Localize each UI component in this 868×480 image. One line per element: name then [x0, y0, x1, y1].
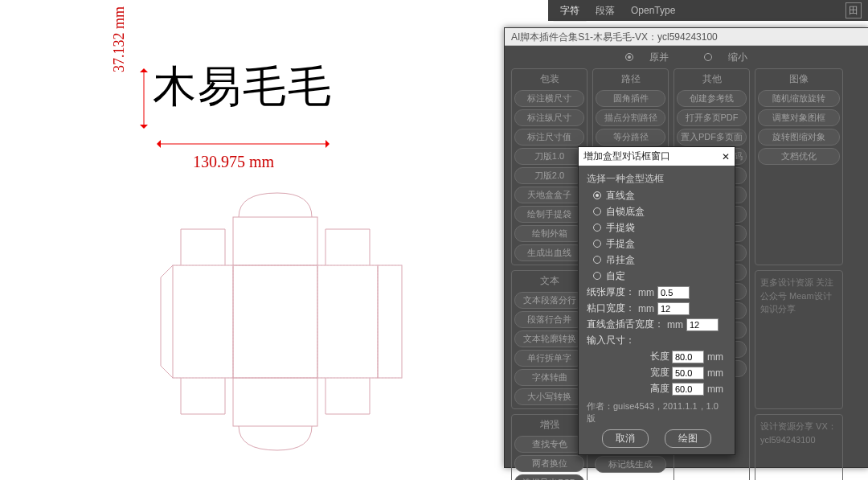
resource-note-bottom: 设计资源分享 VX：ycl594243100 — [755, 414, 843, 480]
height-label: 高度 — [650, 382, 669, 396]
width-input[interactable] — [672, 367, 704, 379]
window-title: AI脚本插件合集S1-木易毛毛-VX：ycl594243100 — [505, 28, 868, 46]
dialog-legend: 选择一种盒型选框 — [587, 172, 727, 186]
svg-rect-3 — [378, 265, 402, 378]
svg-rect-0 — [173, 265, 233, 378]
unit-label: mm — [707, 384, 723, 395]
btn-path[interactable]: 等分路径 — [596, 129, 665, 146]
width-label: 宽度 — [650, 366, 669, 379]
panel-grid-icon[interactable]: 田 — [845, 2, 862, 18]
btn-packaging[interactable]: 标注横尺寸 — [514, 90, 584, 107]
btn-packaging[interactable]: 绘制外箱 — [514, 225, 584, 242]
panel-tabbar: 字符 段落 OpenType 田 — [548, 0, 868, 21]
btn-thumb[interactable]: 随机缩放旋转 — [758, 90, 840, 107]
option-lock-bottom[interactable]: 自锁底盒 — [593, 205, 727, 219]
tongue-width-input[interactable] — [686, 318, 719, 331]
group-title: 增强 — [514, 418, 584, 432]
cancel-button[interactable]: 取消 — [602, 429, 649, 448]
btn-path[interactable]: 描点分割路径 — [596, 109, 665, 126]
btn-other[interactable]: 创建参考线 — [677, 90, 747, 107]
group-title: 包装 — [514, 72, 584, 86]
option-handbox[interactable]: 手提盒 — [593, 237, 727, 251]
artboard: 木易毛毛 37.132 mm 130.975 mm — [0, 0, 504, 480]
svg-rect-5 — [233, 378, 317, 426]
btn-packaging[interactable]: 生成出血线 — [514, 244, 584, 261]
option-custom[interactable]: 自定 — [593, 269, 727, 283]
tab-opentype[interactable]: OpenType — [624, 1, 682, 20]
mode-original[interactable]: 原并 — [617, 51, 677, 63]
group-title: 文本 — [514, 274, 584, 288]
length-input[interactable] — [672, 351, 704, 363]
btn-text[interactable]: 单行拆单字 — [514, 350, 584, 367]
unit-label: mm — [638, 303, 654, 314]
group-title: 其他 — [677, 72, 747, 86]
group-title: 路径 — [596, 72, 665, 86]
option-bag[interactable]: 手提袋 — [593, 221, 727, 235]
btn-path[interactable]: 圆角插件 — [596, 90, 665, 107]
resource-note-top: 更多设计资源 关注公众号 Meam设计知识分享 — [755, 270, 843, 409]
unit-label: mm — [667, 319, 683, 330]
tab-character[interactable]: 字符 — [553, 0, 587, 22]
btn-enhance[interactable]: 两者换位 — [514, 455, 584, 472]
btn-packaging[interactable]: 天地盒盒子 — [514, 187, 584, 203]
paper-thickness-label: 纸张厚度： — [587, 285, 635, 299]
unit-label: mm — [638, 287, 654, 298]
unit-label: mm — [707, 351, 723, 363]
btn-thumb[interactable]: 调整对象图框 — [758, 109, 840, 126]
btn-text[interactable]: 大小写转换 — [514, 388, 584, 405]
btn-packaging[interactable]: 刀版2.0 — [514, 167, 584, 184]
btn-packaging[interactable]: 绘制手提袋 — [514, 206, 584, 223]
btn-enhance[interactable]: 选择导出PSD — [514, 474, 584, 480]
height-input[interactable] — [672, 383, 704, 396]
btn-packaging[interactable]: 刀版1.0 — [514, 148, 584, 165]
btn-enhance[interactable]: 查找专色 — [514, 436, 584, 453]
mode-shrink[interactable]: 缩小 — [696, 51, 755, 63]
glue-width-input[interactable] — [657, 302, 690, 315]
btn-bottom[interactable]: 标记线生成 — [595, 456, 666, 473]
paper-thickness-input[interactable] — [657, 286, 690, 299]
btn-packaging[interactable]: 标注纵尺寸 — [514, 109, 584, 126]
btn-text[interactable]: 段落行合并 — [514, 311, 584, 328]
unit-label: mm — [707, 367, 723, 379]
glue-width-label: 粘口宽度： — [587, 302, 635, 315]
input-size-label: 输入尺寸： — [587, 334, 635, 347]
close-icon[interactable]: ✕ — [722, 151, 730, 162]
group-text: 文本 文本段落分行 段落行合并 文本轮廓转换 单行拆单字 字体转曲 大小写转换 — [511, 270, 588, 409]
group-title: 图像 — [758, 72, 840, 86]
box-dieline — [0, 0, 504, 480]
add-box-dialog: 增加盒型对话框窗口 ✕ 选择一种盒型选框 直线盒 自锁底盒 手提袋 手提盒 吊挂… — [578, 146, 735, 455]
btn-other[interactable]: 置入PDF多页面 — [677, 129, 747, 146]
group-packaging: 包装 标注横尺寸 标注纵尺寸 标注尺寸值 刀版1.0 刀版2.0 天地盒盒子 绘… — [511, 68, 588, 265]
btn-text[interactable]: 文本段落分行 — [514, 292, 584, 309]
tongue-width-label: 直线盒插舌宽度： — [587, 318, 664, 331]
group-thumb: 图像 随机缩放旋转 调整对象图框 旋转图缩对象 文档优化 — [755, 68, 843, 265]
btn-other[interactable]: 打开多页PDF — [677, 109, 747, 126]
svg-rect-4 — [233, 217, 317, 265]
draw-button[interactable]: 绘图 — [665, 429, 711, 448]
btn-packaging[interactable]: 标注尺寸值 — [514, 129, 584, 146]
tab-paragraph[interactable]: 段落 — [588, 0, 622, 22]
length-label: 长度 — [650, 350, 669, 363]
dialog-title: 增加盒型对话框窗口 — [583, 150, 670, 163]
option-straight-box[interactable]: 直线盒 — [593, 189, 727, 203]
dialog-author: 作者：guise4543，2011.1.1，1.0版 — [587, 400, 727, 425]
svg-rect-1 — [233, 265, 317, 378]
group-enhance: 增强 查找专色 两者换位 选择导出PSD 导出jpg 选择导出jpg 选择剪辑 … — [511, 414, 588, 480]
svg-rect-2 — [317, 265, 378, 378]
btn-thumb[interactable]: 旋转图缩对象 — [758, 129, 840, 146]
option-hang-box[interactable]: 吊挂盒 — [593, 253, 727, 267]
btn-text[interactable]: 文本轮廓转换 — [514, 330, 584, 347]
btn-thumb[interactable]: 文档优化 — [758, 148, 840, 165]
btn-text[interactable]: 字体转曲 — [514, 369, 584, 386]
